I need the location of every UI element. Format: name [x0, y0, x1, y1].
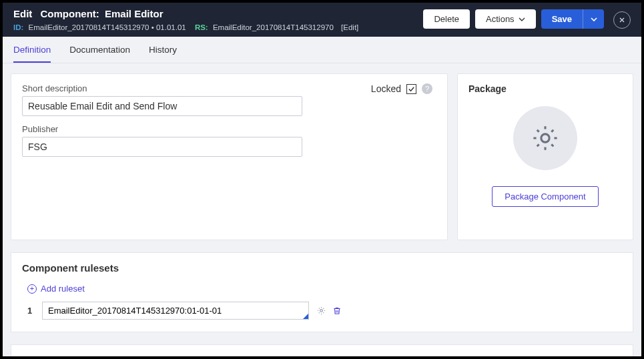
content-scroll[interactable]: Short description Publisher Locked ?: [3, 67, 641, 356]
add-ruleset-label: Add ruleset: [41, 284, 85, 294]
close-button[interactable]: [613, 11, 631, 29]
locked-field: Locked ?: [371, 83, 432, 94]
save-button[interactable]: Save: [541, 9, 583, 29]
gear-icon: [316, 306, 326, 316]
ruleset-index: 1: [27, 306, 35, 316]
header-bar: Edit Component: Email Editor ID: EmailEd…: [3, 3, 641, 37]
publisher-input[interactable]: [22, 137, 302, 157]
id-label: ID:: [13, 23, 23, 31]
tabs-bar: Definition Documentation History: [3, 37, 641, 63]
chevron-down-icon: [519, 16, 525, 23]
prerequisites-title: Prerequisites: [22, 354, 622, 356]
svg-point-0: [541, 134, 549, 142]
package-component-button[interactable]: Package Component: [492, 186, 599, 207]
actions-label: Actions: [486, 14, 515, 24]
help-icon[interactable]: ?: [422, 83, 432, 94]
breadcrumb-type: Component:: [41, 8, 99, 19]
package-placeholder: [513, 106, 577, 170]
ruleset-input[interactable]: [42, 302, 309, 320]
header-meta: ID: EmailEditor_20170814T145312970 • 01.…: [13, 23, 423, 31]
page-title: Edit Component: Email Editor: [13, 8, 423, 19]
short-description-input[interactable]: [22, 96, 302, 116]
breadcrumb-prefix: Edit: [13, 8, 32, 19]
plus-icon: +: [27, 284, 37, 294]
edit-rs-link[interactable]: [Edit]: [341, 23, 358, 31]
tab-documentation[interactable]: Documentation: [69, 37, 130, 63]
check-icon: [408, 85, 415, 93]
package-title: Package: [468, 83, 622, 94]
rs-value: EmailEditor_20170814T145312970: [213, 23, 334, 31]
definition-card: Short description Publisher Locked ?: [11, 73, 448, 240]
chevron-down-icon: [591, 16, 597, 23]
id-value: EmailEditor_20170814T145312970 • 01.01.0…: [29, 23, 186, 31]
ruleset-row: 1: [27, 302, 622, 320]
locked-checkbox[interactable]: [406, 84, 416, 94]
tab-history[interactable]: History: [149, 37, 177, 63]
tab-definition[interactable]: Definition: [13, 37, 51, 63]
actions-button[interactable]: Actions: [475, 9, 536, 29]
publisher-label: Publisher: [22, 124, 436, 134]
delete-button[interactable]: Delete: [423, 9, 470, 29]
rulesets-section: Component rulesets + Add ruleset 1: [11, 252, 633, 332]
ruleset-delete-button[interactable]: [332, 306, 342, 316]
locked-label: Locked: [371, 83, 401, 94]
package-card: Package Package Component: [457, 73, 633, 240]
save-split-button: Save: [541, 9, 604, 29]
rulesets-title: Component rulesets: [22, 262, 622, 274]
save-dropdown-button[interactable]: [583, 9, 604, 29]
trash-icon: [332, 306, 342, 316]
prerequisites-section: Prerequisites: [11, 344, 633, 356]
svg-point-1: [320, 310, 322, 312]
record-title: Email Editor: [105, 8, 164, 19]
close-icon: [619, 17, 625, 23]
add-ruleset-link[interactable]: + Add ruleset: [27, 284, 85, 294]
ruleset-settings-button[interactable]: [316, 306, 326, 316]
gear-icon: [530, 123, 561, 153]
rs-label: RS:: [195, 23, 208, 31]
